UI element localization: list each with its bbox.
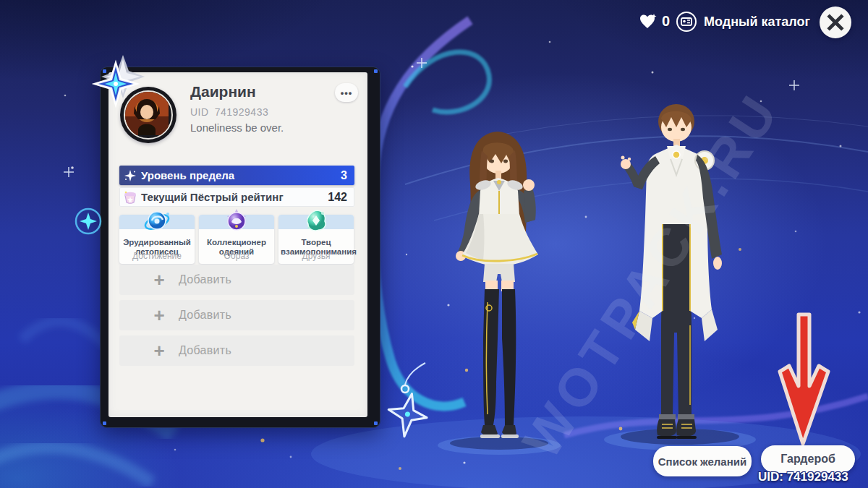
stat-label: Уровень предела bbox=[141, 169, 341, 181]
stat-row-adventure-level: Уровень предела 3 bbox=[119, 166, 354, 185]
player-name: Даирнин bbox=[190, 83, 256, 100]
player-signature: Loneliness be over. bbox=[190, 121, 284, 134]
wishlist-button[interactable]: Список желаний bbox=[653, 446, 752, 476]
plus-icon: + bbox=[147, 266, 171, 294]
likes-counter: 0 bbox=[639, 13, 670, 30]
badge-achievements[interactable]: Эрудированный летописец Достижение bbox=[119, 215, 195, 264]
trophy-cup-icon bbox=[119, 189, 141, 205]
heart-icon bbox=[639, 14, 657, 30]
uid-label: UID bbox=[190, 106, 209, 118]
namecard-badges: Эрудированный летописец Достижение Колле… bbox=[119, 215, 354, 264]
stat-value: 3 bbox=[341, 169, 354, 182]
badge-friends[interactable]: Творец взаимопонимания Друзья bbox=[278, 215, 354, 264]
badge-subtitle: Образ bbox=[201, 251, 272, 261]
uid-value: 741929433 bbox=[215, 106, 269, 118]
stat-row-fashion-rating: Текущий Пёстрый рейтинг 142 bbox=[119, 187, 354, 207]
tutorial-arrow-down bbox=[767, 305, 846, 450]
uid-footer: UID: 741929433 bbox=[758, 470, 848, 484]
add-slot-button[interactable]: + Добавить bbox=[119, 335, 354, 366]
stat-label: Текущий Пёстрый рейтинг bbox=[141, 191, 328, 203]
fashion-catalog-button[interactable]: Модный каталог bbox=[676, 11, 810, 33]
close-icon bbox=[825, 12, 846, 33]
ellipsis-icon[interactable]: ••• bbox=[335, 83, 358, 102]
character-male bbox=[602, 94, 754, 441]
badge-subtitle: Достижение bbox=[122, 251, 192, 261]
wardrobe-button[interactable]: Гардероб bbox=[761, 445, 855, 473]
close-button[interactable] bbox=[820, 7, 851, 38]
card-portrait-icon bbox=[676, 11, 697, 33]
pendant-star-icon bbox=[375, 361, 440, 441]
ring-star-icon bbox=[72, 205, 104, 237]
sparkle-star-icon bbox=[119, 169, 141, 182]
character-female bbox=[443, 121, 558, 447]
teal-friendship-orb-icon bbox=[301, 206, 331, 236]
plus-icon: + bbox=[147, 301, 171, 329]
stat-value: 142 bbox=[328, 191, 354, 204]
add-slot-button[interactable]: + Добавить bbox=[119, 300, 354, 330]
badge-outfits[interactable]: Коллекционер одеяний Образ bbox=[199, 215, 274, 264]
player-uid: UID741929433 bbox=[190, 106, 268, 118]
blue-chronicle-orb-icon bbox=[142, 206, 172, 236]
purple-outfit-orb-icon bbox=[221, 206, 252, 236]
add-slot-button[interactable]: + Добавить bbox=[119, 265, 354, 295]
star-ornament-icon bbox=[87, 52, 148, 113]
plus-icon: + bbox=[147, 337, 171, 364]
badge-subtitle: Друзья bbox=[281, 251, 352, 261]
likes-count: 0 bbox=[662, 13, 670, 30]
fashion-catalog-label: Модный каталог bbox=[704, 14, 810, 30]
